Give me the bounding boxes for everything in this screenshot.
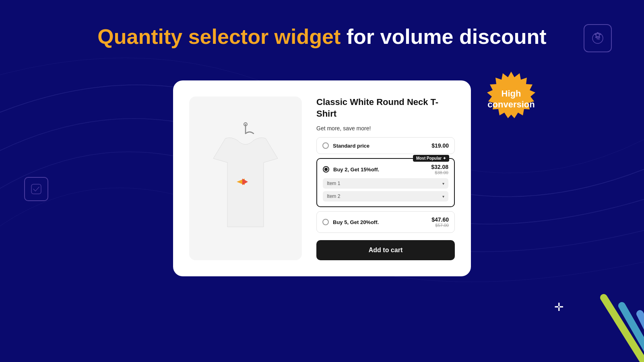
add-to-cart-button[interactable]: Add to cart: [316, 240, 455, 260]
dropdown-rows: Item 1 ▾ Item 2 ▾: [323, 178, 448, 202]
product-title: Classic White Round Neck T-Shirt: [316, 97, 455, 119]
title-colored-part: Quantity selector widget: [97, 25, 346, 48]
pricing-options: Standard price $19.00 Most Popular ✦ Buy…: [316, 137, 455, 233]
plus-icon: ✛: [554, 300, 564, 314]
option-buy5-label: Buy 5, Get 20%off.: [333, 219, 379, 225]
pricing-option-standard[interactable]: Standard price $19.00: [316, 137, 455, 154]
pricing-option-buy5[interactable]: Buy 5, Get 20%off. $47.60 $57.00: [316, 211, 455, 233]
svg-rect-2: [31, 184, 41, 194]
chevron-down-icon-2: ▾: [442, 194, 444, 199]
decorative-stripes: [580, 282, 644, 362]
dropdown-item-2[interactable]: Item 2 ▾: [323, 191, 448, 202]
dropdown-item-1[interactable]: Item 1 ▾: [323, 178, 448, 189]
discount-tag-icon: %: [584, 24, 612, 52]
product-image: [201, 122, 290, 235]
option-buy2-original-price: $38.00: [431, 170, 448, 175]
title-white-part: for volume discount: [347, 25, 547, 48]
product-info: Classic White Round Neck T-Shirt Get mor…: [316, 97, 455, 260]
left-tag-icon: [24, 177, 48, 201]
option-buy2-label: Buy 2, Get 15%off.: [333, 167, 379, 173]
option-standard-price: $19.00: [431, 142, 449, 149]
radio-standard[interactable]: [322, 142, 329, 149]
dropdown-item-1-label: Item 1: [327, 181, 340, 186]
pricing-option-buy2[interactable]: Most Popular ✦ Buy 2, Get 15%off. $32.08…: [316, 158, 455, 207]
product-image-area: [189, 97, 302, 260]
option-standard-label: Standard price: [333, 143, 369, 149]
option-buy5-price: $47.60: [431, 216, 449, 223]
radio-buy2[interactable]: [323, 166, 329, 173]
svg-text:conversion: conversion: [487, 99, 535, 109]
dropdown-item-2-label: Item 2: [327, 193, 340, 199]
main-product-card: Classic White Round Neck T-Shirt Get mor…: [173, 80, 471, 276]
radio-buy5[interactable]: [322, 219, 329, 225]
option-buy2-price: $32.08: [431, 164, 448, 170]
option-buy5-original-price: $57.00: [431, 223, 449, 228]
svg-text:High: High: [502, 88, 521, 99]
chevron-down-icon-1: ▾: [442, 181, 444, 186]
high-conversion-badge: High conversion: [479, 68, 543, 133]
product-subtitle: Get more, save more!: [316, 125, 455, 132]
most-popular-badge: Most Popular ✦: [413, 155, 449, 162]
svg-text:%: %: [596, 36, 600, 41]
page-title: Quantity selector widget for volume disc…: [0, 24, 644, 49]
